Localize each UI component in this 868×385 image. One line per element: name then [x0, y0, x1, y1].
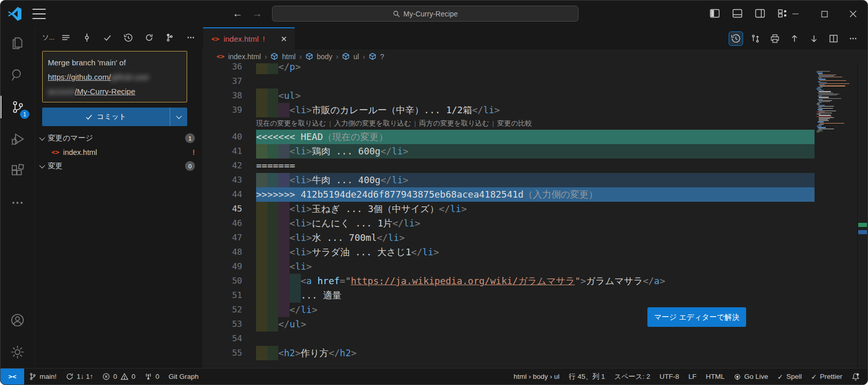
cursor-position[interactable]: 行 45、列 1 — [564, 369, 610, 384]
open-changes-icon[interactable] — [748, 31, 763, 46]
breadcrumb-symbol[interactable]: ? — [380, 52, 384, 61]
line-content[interactable]: <<<<<<< HEAD（現在の変更） — [256, 130, 815, 144]
code-line[interactable]: 54 — [202, 331, 867, 346]
line-content[interactable]: <li>にんにく ... 1片</li> — [256, 216, 815, 231]
code-line[interactable]: 39 <li>市販のカレールー（中辛）... 1/2箱</li> — [202, 103, 867, 117]
line-content[interactable]: <li>鶏肉 ... 600g</li> — [256, 144, 815, 159]
code-line[interactable]: 36 </p> — [202, 63, 867, 74]
file-item-index-html[interactable]: <> index.html ! — [35, 145, 202, 159]
line-content[interactable]: >>>>>>> 412b5194de24d6f877943875eb68acea… — [256, 187, 815, 202]
code-line[interactable]: 51 ... 適量 — [202, 288, 867, 303]
line-content[interactable]: <ul> — [256, 89, 815, 103]
line-content[interactable]: ... 適量 — [256, 288, 815, 303]
minimize-button[interactable] — [781, 1, 810, 27]
ports-indicator[interactable]: 0 — [140, 369, 164, 384]
code-line[interactable]: 43 <li>牛肉 ... 400g</li> — [202, 173, 867, 187]
code-line[interactable]: 49 <li> — [202, 259, 867, 274]
refresh-icon[interactable] — [143, 31, 155, 44]
split-editor-icon[interactable] — [826, 31, 841, 46]
code-line[interactable]: 46 <li>にんにく ... 1片</li> — [202, 216, 867, 231]
language-mode[interactable]: HTML — [701, 369, 730, 384]
code-line[interactable]: 48 <li>サラダ油 ... 大さじ1</li> — [202, 245, 867, 259]
commit-message-input[interactable]: Merge branch 'main' of https://github.co… — [42, 51, 187, 102]
line-content[interactable]: <li>玉ねぎ ... 3個（中サイズ）</li> — [256, 202, 815, 216]
tab-index-html[interactable]: <> index.html ! ✕ — [203, 27, 295, 49]
code-line[interactable]: 55 <h2>作り方</h2> — [202, 346, 867, 360]
go-live-button[interactable]: Go Live — [729, 369, 773, 384]
more-actions-icon[interactable] — [846, 31, 860, 46]
source-control-icon[interactable]: 1 — [1, 91, 34, 123]
settings-gear-icon[interactable] — [1, 336, 34, 368]
breadcrumb-file[interactable]: index.html — [228, 52, 261, 61]
line-content[interactable] — [256, 74, 815, 89]
toggle-secondary-sidebar-icon[interactable] — [752, 6, 768, 21]
run-debug-icon[interactable] — [1, 123, 34, 155]
breadcrumb-html[interactable]: html — [282, 52, 295, 61]
code-line[interactable]: 52 </li> — [202, 303, 867, 317]
notifications-bell[interactable] — [847, 369, 864, 384]
spell-checker-status[interactable]: ✓ Spell — [773, 369, 806, 384]
eol-indicator[interactable]: LF — [684, 369, 701, 384]
code-line[interactable]: 37 — [202, 74, 867, 89]
breadcrumb-body[interactable]: body — [317, 52, 332, 61]
prettier-status[interactable]: ✓ Prettier — [806, 369, 847, 384]
encoding-indicator[interactable]: UTF-8 — [655, 369, 684, 384]
tab-close-icon[interactable]: ✕ — [278, 33, 290, 45]
nav-forward-button[interactable]: → — [249, 6, 265, 21]
codelens-action[interactable]: 現在の変更を取り込む — [256, 119, 326, 127]
code-line[interactable]: 40<<<<<<< HEAD（現在の変更） — [202, 130, 867, 144]
code-viewport[interactable]: 36 </p>3738 <ul>39 <li>市販のカレールー（中辛）... 1… — [202, 63, 867, 368]
command-center-search[interactable]: My-Curry-Recipe — [272, 6, 578, 22]
extensions-icon[interactable] — [1, 155, 34, 187]
remote-indicator[interactable]: >< — [1, 369, 24, 384]
search-sidebar-icon[interactable] — [1, 59, 34, 91]
toggle-sidebar-icon[interactable] — [707, 6, 722, 21]
account-icon[interactable] — [1, 304, 34, 336]
history-icon[interactable] — [122, 31, 135, 44]
code-lines[interactable]: 36 </p>3738 <ul>39 <li>市販のカレールー（中辛）... 1… — [202, 63, 867, 360]
git-graph-view-icon[interactable] — [164, 31, 176, 44]
maximize-button[interactable] — [810, 1, 839, 27]
code-line[interactable]: 45 <li>玉ねぎ ... 3個（中サイズ）</li> — [202, 202, 867, 216]
explorer-icon[interactable] — [1, 27, 34, 59]
breadcrumb-ul[interactable]: ul — [353, 52, 359, 61]
line-content[interactable]: </p> — [256, 63, 815, 74]
close-window-button[interactable] — [839, 1, 867, 27]
menu-hamburger-icon[interactable] — [32, 9, 46, 19]
code-line[interactable]: 53 </ul> — [202, 317, 867, 331]
sync-indicator[interactable]: 1↓ 1↑ — [61, 369, 98, 384]
line-content[interactable]: <li>市販のカレールー（中辛）... 1/2箱</li> — [256, 103, 815, 117]
overview-ruler[interactable] — [857, 63, 867, 368]
codelens-action[interactable]: 両方の変更を取り込む — [419, 119, 489, 127]
line-content[interactable]: <h2>作り方</h2> — [256, 346, 815, 360]
timeline-view-icon[interactable] — [729, 31, 743, 46]
commit-dropdown-button[interactable] — [170, 108, 187, 126]
line-content[interactable]: <a href="https://ja.wikipedia.org/wiki/ガ… — [256, 274, 815, 288]
toggle-panel-icon[interactable] — [730, 6, 745, 21]
print-icon[interactable] — [768, 31, 782, 46]
problems-indicator[interactable]: 0 0 — [98, 369, 140, 384]
code-line[interactable]: 50 <a href="https://ja.wikipedia.org/wik… — [202, 274, 867, 288]
indentation-indicator[interactable]: スペース: 2 — [610, 369, 655, 384]
previous-change-icon[interactable] — [787, 31, 802, 46]
codelens-action[interactable]: 入力側の変更を取り込む — [334, 119, 411, 127]
section-merge-changes[interactable]: 変更のマージ 1 — [35, 131, 202, 145]
tag-path-indicator[interactable]: html › body › ul — [509, 369, 564, 384]
commit-check-icon[interactable] — [101, 31, 114, 44]
line-content[interactable]: <li> — [256, 259, 815, 274]
more-views-icon[interactable] — [1, 187, 34, 219]
line-content[interactable]: <li>サラダ油 ... 大さじ1</li> — [256, 245, 815, 259]
more-actions-icon[interactable] — [185, 31, 197, 44]
line-content[interactable]: ======= — [256, 159, 815, 173]
view-as-list-icon[interactable] — [60, 31, 72, 44]
code-line[interactable]: 38 <ul> — [202, 89, 867, 103]
codelens-action[interactable]: 変更の比較 — [497, 119, 532, 127]
branch-indicator[interactable]: main! — [24, 369, 61, 384]
git-graph-item[interactable]: Git Graph — [164, 369, 204, 384]
line-content[interactable]: <li>牛肉 ... 400g</li> — [256, 173, 815, 187]
code-line[interactable]: 41 <li>鶏肉 ... 600g</li> — [202, 144, 867, 159]
line-content[interactable]: <li>水 ... 700ml</li> — [256, 231, 815, 245]
code-line[interactable]: 42======= — [202, 159, 867, 173]
resolve-in-merge-editor-button[interactable]: マージ エディターで解決 — [647, 307, 746, 327]
minimap[interactable] — [817, 71, 858, 133]
